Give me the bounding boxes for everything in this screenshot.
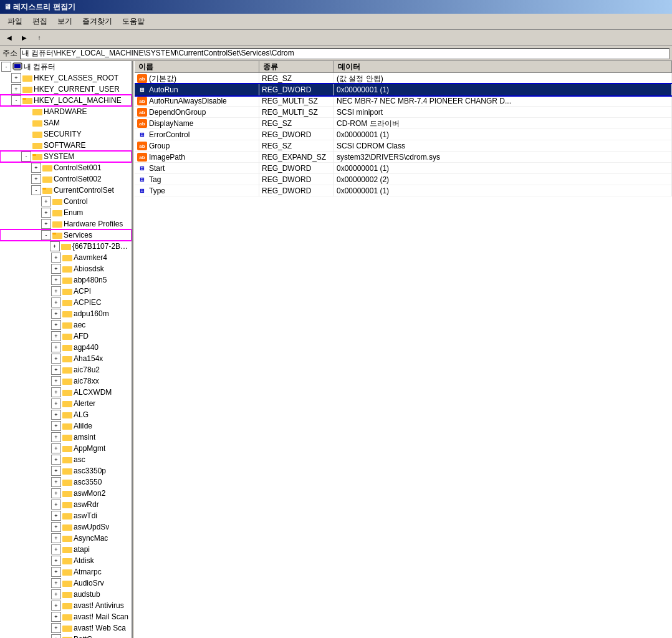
tree-item-atmarpc[interactable]: + Atmarpc [0, 566, 132, 578]
expander-amsint[interactable]: + [51, 432, 61, 442]
menu-file[interactable]: 파일 [2, 15, 27, 28]
tree-item-aswtdi[interactable]: + aswTdi [0, 510, 132, 521]
menu-edit[interactable]: 편집 [27, 15, 52, 28]
tree-item-hkcr[interactable]: + HKEY_CLASSES_ROOT [0, 72, 132, 84]
expander-alerter[interactable]: + [51, 399, 61, 408]
expander-controlset001[interactable]: + [31, 163, 41, 173]
tree-item-adpu160m[interactable]: + adpu160m [0, 308, 132, 319]
tree-item-software[interactable]: SOFTWARE [0, 140, 132, 151]
tree-item-aic78u2[interactable]: + aic78u2 [0, 364, 132, 375]
expander-asc3350p[interactable]: + [51, 466, 61, 476]
expander-avast-av[interactable]: + [51, 601, 61, 611]
expander-asc[interactable]: + [51, 455, 61, 465]
tree-item-security[interactable]: SECURITY [0, 128, 132, 140]
tree-item-abiosdsk[interactable]: + Abiosdsk [0, 263, 132, 274]
tree-item-amsint[interactable]: + amsint [0, 432, 132, 443]
toolbar-up[interactable]: ↑ [32, 32, 46, 44]
address-input[interactable] [20, 48, 670, 59]
tree-item-sam[interactable]: SAM [0, 117, 132, 128]
expander-audiosrv[interactable]: + [51, 578, 61, 588]
tree-item-aswupdsv[interactable]: + aswUpdSv [0, 521, 132, 533]
tree-item-system[interactable]: - SYSTEM [0, 151, 132, 162]
tree-item-agp440[interactable]: + agp440 [0, 342, 132, 353]
tree-item-asyncmac[interactable]: + AsyncMac [0, 533, 132, 544]
expander-abiosdsk[interactable]: + [51, 264, 61, 274]
tree-item-avast-web[interactable]: + avast! Web Sca [0, 622, 132, 634]
expander-acpiec[interactable]: + [51, 297, 61, 307]
value-row-dependongroup[interactable]: ab DependOnGroup REG_MULTI_SZ SCSI minip… [135, 107, 672, 118]
tree-item-hardware-profiles[interactable]: + Hardware Profiles [0, 218, 132, 230]
expander-currentcontrolset[interactable]: - [31, 185, 41, 195]
expander-afd[interactable]: + [51, 331, 61, 341]
expander-atdisk[interactable]: + [51, 556, 61, 566]
tree-item-abp480n5[interactable]: + abp480n5 [0, 274, 132, 286]
expander-control[interactable]: + [41, 196, 51, 206]
tree-item-atdisk[interactable]: + Atdisk [0, 555, 132, 566]
value-row-group[interactable]: ab Group REG_SZ SCSI CDROM Class [135, 140, 672, 152]
tree-item-battc[interactable]: + BattC [0, 634, 132, 638]
expander-aec[interactable]: + [51, 320, 61, 330]
expander-software[interactable] [21, 140, 31, 150]
expander-system[interactable]: - [21, 152, 31, 162]
tree-panel[interactable]: - 내 컴퓨터 + HKEY_CLASSES_R [0, 61, 132, 638]
tree-item-aha154x[interactable]: + Aha154x [0, 353, 132, 364]
expander-667b[interactable]: + [50, 241, 60, 251]
expander-battc[interactable]: + [51, 634, 61, 638]
tree-item-my-computer[interactable]: - 내 컴퓨터 [0, 61, 132, 72]
tree-item-alg[interactable]: + ALG [0, 409, 132, 420]
expander-sam[interactable] [21, 118, 31, 128]
tree-item-controlset002[interactable]: + ControlSet002 [0, 173, 132, 185]
expander-alg[interactable]: + [51, 410, 61, 420]
tree-item-alerter[interactable]: + Alerter [0, 398, 132, 409]
expander-enum[interactable]: + [41, 208, 51, 218]
tree-item-avast-mail[interactable]: + avast! Mail Scan [0, 611, 132, 622]
expander-services[interactable]: - [41, 230, 51, 240]
tree-item-avast-av[interactable]: + avast! Antivirus [0, 600, 132, 611]
tree-item-audstub[interactable]: + audstub [0, 589, 132, 600]
tree-item-acpi[interactable]: + ACPI [0, 286, 132, 297]
expander-aic78u2[interactable]: + [51, 365, 61, 375]
toolbar-back[interactable]: ◀ [2, 32, 16, 44]
tree-item-currentcontrolset[interactable]: - CurrentControlSet [0, 185, 132, 196]
tree-item-enum[interactable]: + Enum [0, 207, 132, 218]
expander-hardware-profiles[interactable]: + [41, 219, 51, 229]
toolbar-forward[interactable]: ▶ [17, 32, 31, 44]
expander-security[interactable] [21, 129, 31, 139]
tree-item-afd[interactable]: + AFD [0, 331, 132, 342]
expander-aic78xx[interactable]: + [51, 376, 61, 386]
expander-avast-web[interactable]: + [51, 623, 61, 633]
tree-item-appmgmt[interactable]: + AppMgmt [0, 443, 132, 454]
tree-item-aec[interactable]: + aec [0, 319, 132, 331]
value-row-imagepath[interactable]: ab ImagePath REG_EXPAND_SZ system32\DRIV… [135, 152, 672, 163]
expander-aha154x[interactable]: + [51, 354, 61, 364]
expander-atmarpc[interactable]: + [51, 567, 61, 577]
tree-item-audiosrv[interactable]: + AudioSrv [0, 578, 132, 589]
tree-item-alcxwdm[interactable]: + ALCXWDM [0, 387, 132, 398]
value-row-errorcontrol[interactable]: ⊞ ErrorControl REG_DWORD 0x00000001 (1) [135, 129, 672, 140]
tree-item-controlset001[interactable]: + ControlSet001 [0, 162, 132, 173]
expander-asc3550[interactable]: + [51, 477, 61, 487]
expander-acpi[interactable]: + [51, 286, 61, 296]
expander-aswupdsv[interactable]: + [51, 522, 61, 532]
tree-item-control[interactable]: + Control [0, 196, 132, 207]
expander-aliide[interactable]: + [51, 421, 61, 431]
tree-item-hardware[interactable]: HARDWARE [0, 106, 132, 117]
expander-hkcr[interactable]: + [11, 73, 21, 83]
expander-asyncmac[interactable]: + [51, 533, 61, 543]
tree-item-hkcu[interactable]: + HKEY_CURRENT_USER [0, 84, 132, 95]
expander-abp480n5[interactable]: + [51, 275, 61, 285]
tree-item-aswmon2[interactable]: + aswMon2 [0, 488, 132, 499]
expander-aswmon2[interactable]: + [51, 488, 61, 498]
value-row-displayname[interactable]: ab DisplayName REG_SZ CD-ROM 드라이버 [135, 118, 672, 129]
tree-item-asc3550[interactable]: + asc3550 [0, 476, 132, 488]
expander-aswtdi[interactable]: + [51, 511, 61, 521]
menu-view[interactable]: 보기 [52, 15, 77, 28]
value-row-type[interactable]: ⊞ Type REG_DWORD 0x00000001 (1) [135, 185, 672, 196]
tree-item-aswrdr[interactable]: + aswRdr [0, 499, 132, 510]
value-row-autorunalwaysdisable[interactable]: ab AutoRunAlwaysDisable REG_MULTI_SZ NEC… [135, 95, 672, 107]
expander-atapi[interactable]: + [51, 544, 61, 554]
tree-item-hklm[interactable]: - HKEY_LOCAL_MACHINE [0, 95, 132, 106]
tree-item-aic78xx[interactable]: + aic78xx [0, 375, 132, 387]
tree-item-atapi[interactable]: + atapi [0, 544, 132, 555]
tree-item-aliide[interactable]: + AliIde [0, 420, 132, 432]
